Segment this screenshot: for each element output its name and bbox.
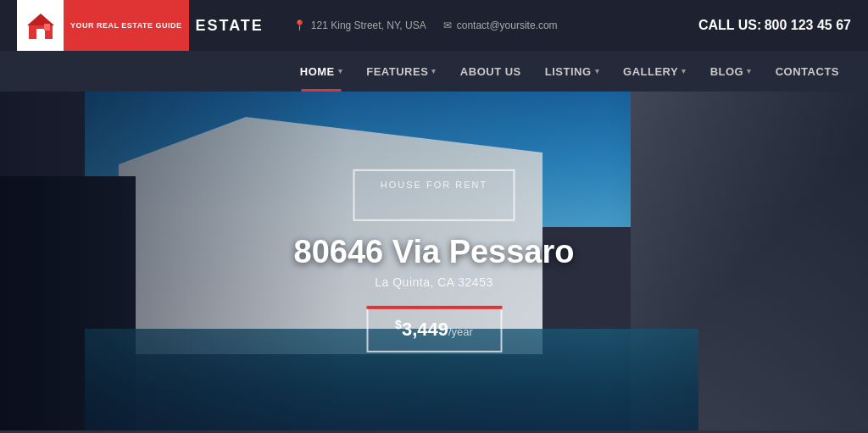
nav-bar: HOME ▾ FEATURES ▾ ABOUT US LISTING ▾ GAL… (0, 51, 868, 92)
price-period: /year (448, 325, 473, 338)
location-icon: 📍 (293, 19, 306, 31)
call-label: CALL US: (698, 18, 761, 32)
hero-content: HOUSE FOR RENT 80646 Via Pessaro La Quin… (293, 169, 574, 353)
nav-contacts[interactable]: CONTACTS (764, 51, 851, 92)
address-item: 📍 121 King Street, NY, USA (293, 19, 426, 31)
logo-name: ESTATE (196, 17, 264, 35)
logo-tagline: YOUR REAL ESTATE GUIDE (64, 0, 189, 51)
svg-marker-1 (27, 14, 54, 25)
hero-badge-label: HOUSE FOR RENT (381, 180, 487, 190)
nav-about[interactable]: ABOUT US (448, 51, 533, 92)
nav-listing[interactable]: LISTING ▾ (533, 51, 611, 92)
email-icon: ✉ (443, 19, 452, 31)
chevron-down-icon: ▾ (431, 67, 437, 75)
nav-gallery[interactable]: GALLERY ▾ (611, 51, 698, 92)
logo-block: YOUR REAL ESTATE GUIDE ESTATE (17, 0, 276, 51)
chevron-down-icon: ▾ (682, 67, 687, 75)
nav-home[interactable]: HOME ▾ (288, 51, 355, 92)
chevron-down-icon: ▾ (747, 67, 752, 75)
hero-price: $3,449/year (395, 319, 473, 340)
header-info: 📍 121 King Street, NY, USA ✉ contact@you… (293, 18, 851, 33)
nav-blog[interactable]: BLOG ▾ (698, 51, 764, 92)
phone-number: 800 123 45 67 (765, 18, 851, 32)
address-text: 121 King Street, NY, USA (311, 19, 426, 31)
header: YOUR REAL ESTATE GUIDE ESTATE 📍 121 King… (0, 0, 868, 51)
hero-subtitle: La Quinta, CA 32453 (293, 275, 574, 289)
nav-items: HOME ▾ FEATURES ▾ ABOUT US LISTING ▾ GAL… (288, 51, 851, 92)
email-text: contact@yoursite.com (457, 19, 558, 31)
nav-features[interactable]: FEATURES ▾ (354, 51, 448, 92)
logo-house-icon (25, 10, 56, 41)
svg-rect-2 (36, 29, 45, 39)
logo-icon (17, 0, 64, 51)
chevron-down-icon: ▾ (338, 67, 343, 75)
chevron-down-icon: ▾ (595, 67, 600, 75)
hero-title: 80646 Via Pessaro (293, 234, 574, 270)
call-section: CALL US: 800 123 45 67 (698, 18, 851, 33)
hero-badge-box: HOUSE FOR RENT (353, 169, 515, 221)
email-item: ✉ contact@yoursite.com (443, 19, 558, 31)
hero-price-box: $3,449/year (366, 306, 502, 353)
hero-section: HOUSE FOR RENT 80646 Via Pessaro La Quin… (0, 92, 868, 430)
price-value: 3,449 (402, 319, 448, 340)
svg-rect-3 (44, 24, 50, 31)
